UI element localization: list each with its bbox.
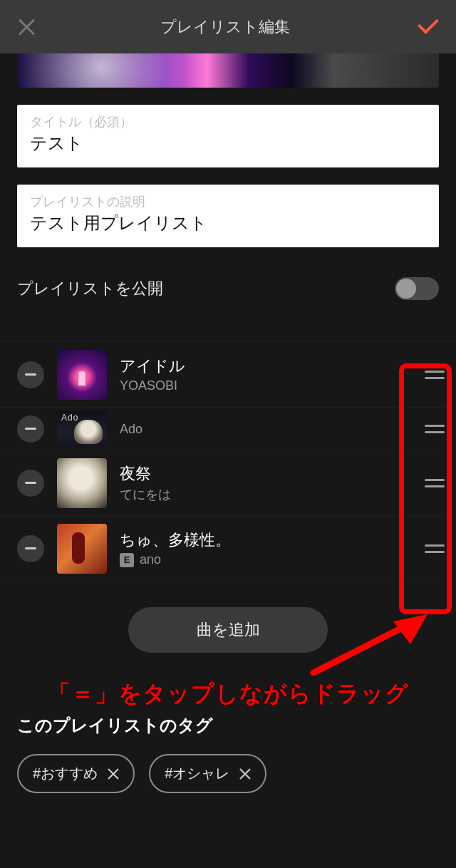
publish-toggle[interactable] xyxy=(395,277,439,300)
confirm-check-icon[interactable] xyxy=(415,18,439,36)
track-row: アイドル YOASOBI xyxy=(0,342,456,408)
add-track-button[interactable]: 曲を追加 xyxy=(128,607,328,653)
track-meta: アイドル YOASOBI xyxy=(120,356,413,393)
remove-tag-icon[interactable] xyxy=(239,768,251,780)
drag-handle-icon[interactable] xyxy=(413,342,456,407)
remove-track-button[interactable] xyxy=(17,470,44,497)
page-title: プレイリスト編集 xyxy=(36,16,415,38)
explicit-badge-icon: E xyxy=(120,553,134,567)
track-row: 夜祭 てにをは xyxy=(0,450,456,516)
remove-track-button[interactable] xyxy=(17,361,44,388)
track-artist: YOASOBI xyxy=(120,378,413,393)
remove-track-button[interactable] xyxy=(17,415,44,443)
drag-handle-icon[interactable] xyxy=(413,516,456,581)
publish-label: プレイリストを公開 xyxy=(17,278,163,299)
track-meta: ちゅ、多様性。 E ano xyxy=(120,529,413,567)
track-title: ちゅ、多様性。 xyxy=(120,529,413,551)
tag-chip[interactable]: #おすすめ xyxy=(17,754,135,793)
track-thumbnail xyxy=(57,411,107,447)
track-title: アイドル xyxy=(120,356,413,377)
track-thumbnail xyxy=(57,458,107,508)
close-icon[interactable] xyxy=(17,18,36,36)
track-artist: Ado xyxy=(120,422,413,437)
track-title: 夜祭 xyxy=(120,463,413,485)
header-bar: プレイリスト編集 xyxy=(0,0,456,53)
description-field-label: プレイリストの説明 xyxy=(30,193,426,210)
remove-track-button[interactable] xyxy=(17,535,44,562)
annotation-text: 「＝」をタップしながらドラッグ xyxy=(0,678,456,710)
track-thumbnail xyxy=(57,350,107,400)
svg-marker-1 xyxy=(393,614,428,644)
title-field-value[interactable]: テスト xyxy=(30,132,426,155)
tag-label: #オシャレ xyxy=(165,764,229,783)
track-thumbnail xyxy=(57,524,107,574)
track-meta: Ado xyxy=(120,420,413,437)
tags-heading: このプレイリストのタグ xyxy=(17,714,439,737)
title-field-label: タイトル（必須） xyxy=(30,113,426,130)
description-field-value[interactable]: テスト用プレイリスト xyxy=(30,212,426,234)
track-meta: 夜祭 てにをは xyxy=(120,463,413,503)
playlist-cover-image[interactable] xyxy=(17,53,439,88)
publish-row: プレイリストを公開 xyxy=(17,277,439,300)
remove-tag-icon[interactable] xyxy=(108,768,119,780)
track-artist: てにをは xyxy=(120,486,413,503)
track-artist: E ano xyxy=(120,552,413,567)
description-field[interactable]: プレイリストの説明 テスト用プレイリスト xyxy=(17,185,439,247)
title-field[interactable]: タイトル（必須） テスト xyxy=(17,105,439,167)
drag-handle-icon[interactable] xyxy=(413,408,456,450)
tag-label: #おすすめ xyxy=(33,764,98,783)
tag-list: #おすすめ #オシャレ xyxy=(17,754,439,793)
tag-chip[interactable]: #オシャレ xyxy=(149,754,266,793)
track-list: アイドル YOASOBI Ado 夜祭 てにをは ちゅ、多様性。 E ano xyxy=(0,341,456,582)
track-row: ちゅ、多様性。 E ano xyxy=(0,516,456,582)
track-row: Ado xyxy=(0,408,456,450)
drag-handle-icon[interactable] xyxy=(413,450,456,515)
track-artist-name: ano xyxy=(140,552,161,567)
